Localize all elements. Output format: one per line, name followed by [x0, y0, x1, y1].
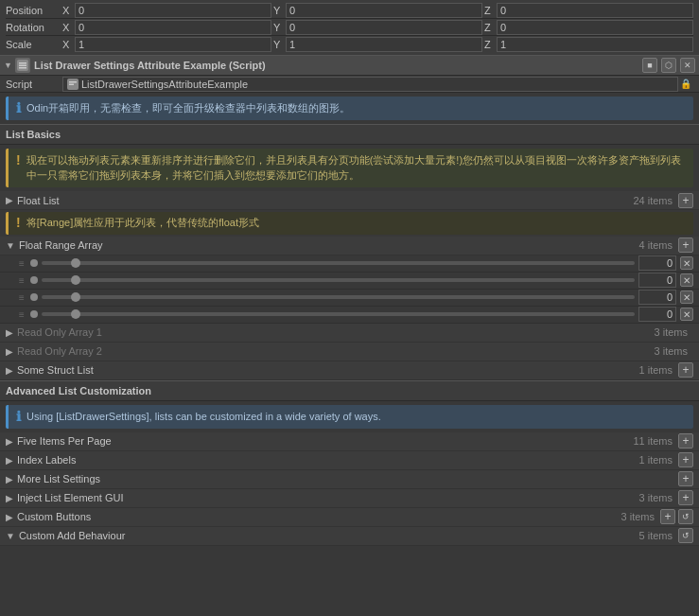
slider-remove-2[interactable]: ✕ — [680, 290, 693, 304]
position-label: Position — [6, 5, 62, 16]
float-range-arrow: ▼ — [6, 240, 15, 251]
custom-add-name: Custom Add Behaviour — [19, 530, 639, 541]
rotation-y-field: Y — [273, 20, 482, 35]
slider-thumb-0 — [71, 258, 80, 268]
custom-buttons-actions: + ↺ — [660, 509, 693, 524]
position-z-input[interactable] — [497, 3, 693, 18]
svg-rect-5 — [69, 81, 77, 83]
custom-buttons-name: Custom Buttons — [17, 511, 621, 522]
slider-remove-1[interactable]: ✕ — [680, 273, 693, 287]
list-basics-title: List Basics — [6, 129, 61, 140]
custom-buttons-refresh-button[interactable]: ↺ — [678, 509, 693, 524]
svg-rect-3 — [19, 67, 26, 69]
five-items-row[interactable]: ▶ Five Items Per Page 11 items + — [0, 432, 699, 451]
component-header-buttons: ■ ⬡ ✕ — [642, 58, 695, 73]
readonly-2-arrow: ▶ — [6, 346, 13, 357]
inject-list-arrow: ▶ — [6, 493, 13, 503]
custom-buttons-row[interactable]: ▶ Custom Buttons 3 items + ↺ — [0, 508, 699, 527]
float-list-count: 24 items — [633, 195, 673, 206]
index-labels-row[interactable]: ▶ Index Labels 1 items + — [0, 451, 699, 470]
scale-y-field: Y — [273, 37, 482, 52]
script-value-text: ListDrawerSettingsAttributeExample — [81, 79, 248, 90]
index-labels-name: Index Labels — [17, 454, 639, 466]
scale-x-input[interactable] — [75, 37, 271, 52]
slider-circle-3 — [30, 310, 38, 318]
svg-rect-6 — [69, 83, 74, 85]
custom-buttons-add-button[interactable]: + — [660, 509, 675, 524]
float-list-arrow: ▶ — [6, 195, 13, 205]
slider-value-2[interactable] — [638, 290, 676, 305]
float-range-header[interactable]: ▼ Float Range Array 4 items + — [0, 237, 699, 255]
scale-z-field: Z — [484, 37, 693, 52]
rotation-label: Rotation — [6, 22, 62, 33]
slider-value-0[interactable] — [638, 255, 676, 271]
readonly-1-count: 3 items — [655, 326, 688, 338]
lock-icon: 🔒 — [678, 79, 693, 89]
inject-list-name: Inject List Element GUI — [17, 492, 639, 503]
slider-track-2[interactable] — [42, 295, 635, 299]
some-struct-add-button[interactable]: + — [678, 362, 693, 378]
float-range-warn-text: 将[Range]属性应用于此列表，代替传统的float形式 — [26, 216, 259, 230]
float-range-add-button[interactable]: + — [678, 238, 693, 253]
float-list-row[interactable]: ▶ Float List 24 items + — [0, 191, 699, 210]
component-header: ▼ List Drawer Settings Attribute Example… — [0, 55, 699, 76]
scale-y-axis: Y — [273, 39, 283, 50]
some-struct-count: 1 items — [639, 364, 673, 376]
readonly-1-name: Read Only Array 1 — [17, 326, 655, 338]
position-z-axis: Z — [484, 5, 494, 16]
advanced-title: Advanced List Customization — [6, 385, 151, 396]
float-range-warn-icon: ! — [16, 216, 21, 229]
slider-value-1[interactable] — [638, 273, 676, 288]
slider-track-0[interactable] — [42, 261, 635, 265]
slider-track-3[interactable] — [42, 312, 635, 316]
some-struct-list-row[interactable]: ▶ Some Struct List 1 items + — [0, 361, 699, 380]
rotation-y-input[interactable] — [286, 20, 482, 35]
readonly-array-1-row[interactable]: ▶ Read Only Array 1 3 items — [0, 324, 699, 343]
slider-thumb-1 — [71, 275, 80, 285]
scale-x-field: X — [62, 37, 271, 52]
position-x-input[interactable] — [75, 3, 271, 18]
rotation-x-input[interactable] — [75, 20, 271, 35]
slider-track-1[interactable] — [42, 278, 635, 282]
rotation-y-axis: Y — [273, 22, 283, 33]
slider-remove-0[interactable]: ✕ — [680, 256, 693, 270]
index-labels-count: 1 items — [639, 454, 673, 466]
index-labels-add-button[interactable]: + — [678, 452, 693, 467]
position-y-input[interactable] — [286, 3, 482, 18]
inject-list-add-button[interactable]: + — [678, 490, 693, 505]
script-row: Script ListDrawerSettingsAttributeExampl… — [0, 76, 699, 93]
more-list-add-button[interactable]: + — [678, 471, 693, 486]
svg-rect-2 — [19, 65, 26, 67]
more-list-settings-row[interactable]: ▶ More List Settings + — [0, 470, 699, 489]
drag-handle-1: ≡ — [19, 275, 25, 286]
rotation-row: Rotation X Y Z — [6, 19, 693, 36]
readonly-array-2-row[interactable]: ▶ Read Only Array 2 3 items — [0, 343, 699, 361]
component-settings-button[interactable]: ⬡ — [661, 58, 676, 73]
position-row: Position X Y Z — [6, 2, 693, 19]
five-items-count: 11 items — [633, 435, 673, 447]
slider-thumb-2 — [71, 292, 80, 302]
info-icon: ℹ — [16, 101, 21, 114]
five-items-add-button[interactable]: + — [678, 433, 693, 449]
scale-z-input[interactable] — [497, 37, 693, 52]
float-range-name: Float Range Array — [19, 239, 639, 251]
top-info-text: Odin开箱即用，无需检查，即可全面升级检查器中列表和数组的图形。 — [26, 101, 350, 115]
some-struct-name: Some Struct List — [17, 364, 639, 376]
custom-add-refresh-button[interactable]: ↺ — [678, 528, 693, 543]
slider-value-3[interactable] — [638, 307, 676, 322]
scale-row: Scale X Y Z — [6, 36, 693, 53]
component-toggle[interactable]: ▼ — [4, 61, 15, 70]
readonly-1-arrow: ▶ — [6, 327, 13, 338]
advanced-info-text: Using [ListDrawerSettings], lists can be… — [26, 410, 381, 424]
scale-y-input[interactable] — [286, 37, 482, 52]
slider-remove-3[interactable]: ✕ — [680, 308, 693, 321]
position-y-axis: Y — [273, 5, 283, 16]
inject-list-row[interactable]: ▶ Inject List Element GUI 3 items + — [0, 489, 699, 508]
component-ref-button[interactable]: ■ — [642, 58, 657, 73]
list-basics-info: ! 现在可以拖动列表元素来重新排序并进行删除它们，并且列表具有分页功能(尝试添加… — [6, 149, 693, 187]
component-close-button[interactable]: ✕ — [680, 58, 695, 73]
rotation-z-input[interactable] — [497, 20, 693, 35]
custom-add-row[interactable]: ▼ Custom Add Behaviour 5 items ↺ — [0, 527, 699, 546]
more-list-name: More List Settings — [17, 473, 673, 484]
float-list-add-button[interactable]: + — [678, 193, 693, 208]
